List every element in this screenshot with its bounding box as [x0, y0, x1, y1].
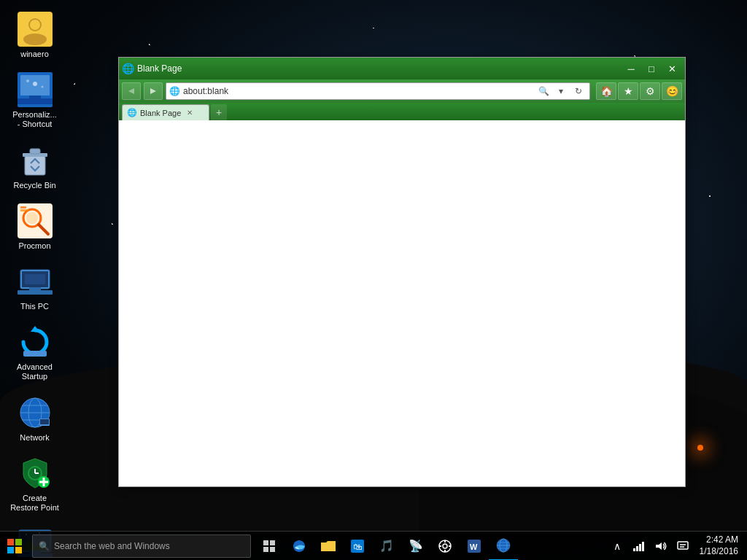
ie-close-button[interactable]: ✕ — [662, 61, 682, 77]
svg-point-3 — [30, 20, 40, 30]
tray-network-icon[interactable] — [628, 532, 650, 561]
ie-address-input[interactable] — [183, 86, 535, 96]
svg-rect-80 — [636, 546, 638, 551]
ie-dropdown-button[interactable]: ▾ — [553, 84, 569, 98]
ie-title-icon: 🌐 — [122, 63, 134, 74]
taskbar-explorer-button[interactable] — [314, 532, 343, 561]
svg-rect-61 — [270, 547, 275, 552]
svg-rect-82 — [642, 542, 644, 551]
tray-volume-icon[interactable] — [650, 532, 672, 561]
svg-rect-79 — [633, 548, 635, 551]
ie-forward-button[interactable] — [144, 82, 163, 100]
desktop-icon-advanced[interactable]: Advanced Startup — [7, 320, 62, 386]
desktop-icons-container: winaero Personaliz... - Sh — [0, 0, 69, 560]
tray-action-center[interactable] — [672, 532, 694, 561]
tray-chevron[interactable]: ∧ — [606, 532, 628, 561]
taskbar-search[interactable]: 🔍 Search the web and Windows — [32, 534, 251, 558]
recycle-label: Recycle Bin — [13, 181, 55, 190]
ie-title-text: Blank Page — [137, 63, 182, 74]
svg-point-2 — [23, 34, 47, 45]
ie-title-left: 🌐 Blank Page — [122, 63, 182, 74]
ie-tools-button[interactable]: ⚙ — [640, 82, 660, 100]
media-icon: 🎵 — [379, 539, 394, 553]
svg-rect-6 — [18, 98, 53, 104]
ie-maximize-button[interactable]: □ — [641, 61, 662, 77]
start-button[interactable] — [0, 532, 29, 561]
svg-rect-59 — [270, 540, 275, 545]
clock-time: 2:42 AM — [706, 534, 738, 546]
taskbar-right: ∧ — [606, 532, 747, 561]
ie-address-bar[interactable]: 🌐 🔍 ▾ ↻ — [166, 82, 590, 100]
ie-toolbar: 🌐 🔍 ▾ ↻ 🏠 ★ ⚙ 😊 — [119, 79, 685, 103]
ie-refresh-button[interactable]: ↻ — [570, 84, 587, 98]
svg-rect-84 — [678, 542, 688, 549]
svg-rect-26 — [23, 351, 47, 357]
clock-date: 1/18/2016 — [700, 546, 738, 558]
svg-rect-60 — [263, 547, 268, 552]
taskbar-word-button[interactable]: W — [460, 532, 489, 561]
ie-address-actions: 🔍 ▾ ↻ — [535, 84, 587, 98]
ie-tab-icon: 🌐 — [127, 108, 137, 117]
svg-rect-63 — [321, 545, 336, 551]
taskbar-media-button[interactable]: 🎵 — [372, 532, 401, 561]
search-icon: 🔍 — [39, 541, 50, 551]
svg-point-16 — [26, 212, 38, 224]
ie-minimize-button[interactable]: ─ — [621, 61, 641, 77]
ie-home-button[interactable]: 🏠 — [596, 82, 616, 100]
desktop-icon-thispc[interactable]: This PC — [7, 260, 62, 316]
network-label: Network — [20, 433, 49, 443]
ie-tab-close-button[interactable]: ✕ — [187, 109, 193, 117]
svg-text:W: W — [470, 542, 478, 551]
svg-rect-13 — [30, 149, 40, 154]
clock-display[interactable]: 2:42 AM 1/18/2016 — [694, 532, 744, 561]
desktop: winaero Personaliz... - Sh — [0, 0, 747, 560]
taskbar-connect-button[interactable]: 📡 — [401, 532, 430, 561]
svg-rect-55 — [15, 539, 22, 545]
desktop-icon-personalize[interactable]: Personaliz... - Shortcut — [7, 68, 62, 133]
svg-text:🛍: 🛍 — [353, 542, 362, 552]
desktop-icon-network[interactable]: Network — [7, 391, 62, 447]
ie-tab-blank[interactable]: 🌐 Blank Page ✕ — [122, 104, 209, 120]
ie-back-button[interactable] — [122, 82, 141, 100]
advanced-icon — [18, 324, 53, 359]
taskbar-settings-button[interactable] — [430, 532, 460, 561]
svg-marker-52 — [128, 88, 134, 94]
taskbar-task-buttons: 🛍 🎵 📡 — [255, 532, 518, 561]
winaero-icon — [18, 12, 53, 47]
ie-new-tab-button[interactable]: + — [211, 104, 227, 120]
svg-point-9 — [26, 79, 29, 82]
taskbar-store-button[interactable]: 🛍 — [343, 532, 372, 561]
thispc-label: This PC — [20, 302, 49, 311]
restore-icon — [18, 456, 53, 491]
svg-marker-53 — [150, 88, 156, 94]
advanced-label: Advanced Startup — [10, 362, 59, 381]
desktop-icon-restore[interactable]: Create Restore Point — [7, 451, 62, 517]
desktop-icon-procmon[interactable]: Procmon — [7, 199, 62, 255]
svg-point-10 — [41, 86, 43, 88]
taskbar: 🔍 Search the web and Windows — [0, 531, 747, 560]
svg-rect-22 — [18, 290, 53, 295]
taskbar-ie-button[interactable] — [489, 532, 518, 561]
winaero-label: winaero — [20, 50, 49, 59]
ie-right-buttons: 🏠 ★ ⚙ 😊 — [596, 82, 682, 100]
network-icon — [18, 395, 53, 430]
ie-browser-window: 🌐 Blank Page ─ □ ✕ — [118, 57, 686, 487]
task-view-button[interactable] — [255, 532, 285, 561]
ie-favorites-button[interactable]: ★ — [618, 82, 638, 100]
ie-window-controls: ─ □ ✕ — [621, 61, 682, 77]
thispc-icon — [18, 264, 53, 299]
svg-rect-18 — [20, 206, 26, 209]
restore-label: Create Restore Point — [10, 494, 59, 513]
desktop-icon-recycle[interactable]: Recycle Bin — [7, 139, 62, 195]
svg-rect-24 — [25, 274, 45, 284]
ie-search-button[interactable]: 🔍 — [535, 84, 551, 98]
svg-rect-58 — [263, 540, 268, 545]
svg-rect-19 — [20, 209, 29, 211]
system-tray: ∧ — [606, 532, 694, 561]
taskbar-edge-button[interactable] — [285, 532, 314, 561]
svg-marker-83 — [656, 542, 662, 550]
desktop-icon-winaero[interactable]: winaero — [7, 7, 62, 63]
ie-emoji-button[interactable]: 😊 — [662, 82, 682, 100]
svg-rect-81 — [639, 544, 641, 551]
ie-tab-label: Blank Page — [140, 109, 181, 117]
